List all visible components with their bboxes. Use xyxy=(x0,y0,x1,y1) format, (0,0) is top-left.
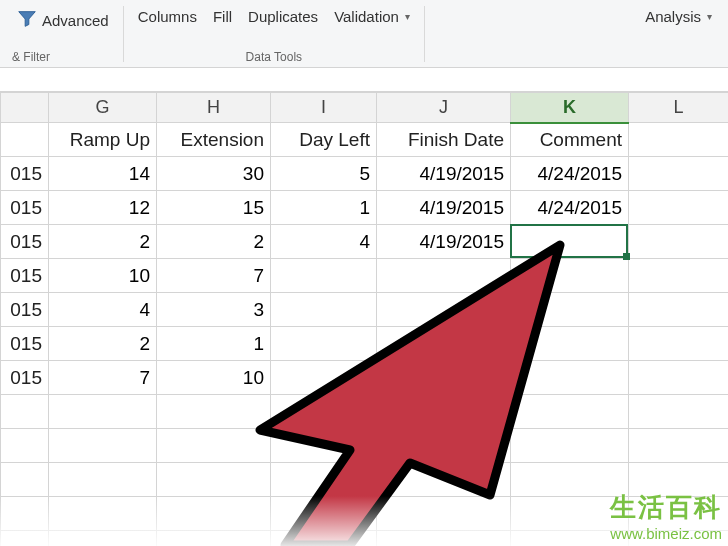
cell[interactable] xyxy=(1,463,49,497)
cell[interactable] xyxy=(271,531,377,547)
cell[interactable]: 4/24/2015 xyxy=(511,191,629,225)
cell[interactable] xyxy=(629,327,729,361)
col-header-h[interactable]: H xyxy=(157,93,271,123)
cell[interactable]: 7 xyxy=(49,361,157,395)
cell[interactable]: 2 xyxy=(49,327,157,361)
cell[interactable] xyxy=(377,259,511,293)
cell[interactable] xyxy=(1,429,49,463)
remove-duplicates-button[interactable]: Duplicates xyxy=(242,4,324,29)
cell[interactable]: 015 xyxy=(1,259,49,293)
cell[interactable] xyxy=(271,395,377,429)
cell[interactable]: 1 xyxy=(157,327,271,361)
cell[interactable] xyxy=(157,463,271,497)
cell[interactable] xyxy=(157,395,271,429)
cell[interactable] xyxy=(157,497,271,531)
cell[interactable] xyxy=(271,497,377,531)
cell[interactable]: 015 xyxy=(1,361,49,395)
data-validation-button[interactable]: Validation ▾ xyxy=(328,4,416,29)
col-header-l[interactable]: L xyxy=(629,93,729,123)
cell[interactable]: 15 xyxy=(377,361,511,395)
spreadsheet-grid[interactable]: G H I J K L Ramp Up Extension Day Left F… xyxy=(0,92,728,546)
cell[interactable] xyxy=(629,429,729,463)
cell[interactable] xyxy=(377,531,511,547)
cell[interactable] xyxy=(629,463,729,497)
cell[interactable]: 4 xyxy=(49,293,157,327)
cell[interactable]: 4/19/2015 xyxy=(377,157,511,191)
cell[interactable] xyxy=(629,293,729,327)
cell[interactable]: 1 xyxy=(271,191,377,225)
cell[interactable] xyxy=(511,293,629,327)
cell[interactable]: 3 xyxy=(157,293,271,327)
cell[interactable] xyxy=(629,157,729,191)
cell[interactable] xyxy=(511,259,629,293)
cell[interactable]: 30 xyxy=(157,157,271,191)
cell[interactable] xyxy=(629,225,729,259)
cell[interactable]: 015 xyxy=(1,293,49,327)
cell[interactable]: 2 xyxy=(49,225,157,259)
cell[interactable] xyxy=(511,327,629,361)
cell[interactable] xyxy=(629,395,729,429)
advanced-filter-button[interactable]: Advanced xyxy=(10,4,115,37)
cell[interactable] xyxy=(49,463,157,497)
cell[interactable] xyxy=(1,395,49,429)
cell[interactable] xyxy=(511,429,629,463)
cell[interactable] xyxy=(511,395,629,429)
cell-h1[interactable]: Extension xyxy=(157,123,271,157)
cell[interactable]: 015 xyxy=(1,327,49,361)
col-header-partial[interactable] xyxy=(1,93,49,123)
col-header-g[interactable]: G xyxy=(49,93,157,123)
cell[interactable]: 015 xyxy=(1,191,49,225)
cell[interactable] xyxy=(271,259,377,293)
formula-bar[interactable] xyxy=(0,68,728,92)
cell[interactable]: 12 xyxy=(49,191,157,225)
cell[interactable]: 015 xyxy=(1,157,49,191)
cell-j1[interactable]: Finish Date xyxy=(377,123,511,157)
cell[interactable] xyxy=(629,259,729,293)
text-to-columns-button[interactable]: Columns xyxy=(132,4,203,29)
cell[interactable]: 4 xyxy=(271,225,377,259)
cell-k1[interactable]: Comment xyxy=(511,123,629,157)
cell[interactable] xyxy=(511,463,629,497)
cell[interactable]: 4/19/2015 xyxy=(377,225,511,259)
cell[interactable] xyxy=(157,429,271,463)
cell[interactable] xyxy=(377,395,511,429)
cell[interactable] xyxy=(377,497,511,531)
cell[interactable]: 5 xyxy=(271,157,377,191)
cell-i1[interactable]: Day Left xyxy=(271,123,377,157)
cell-partial[interactable] xyxy=(1,123,49,157)
cell[interactable] xyxy=(49,497,157,531)
cell[interactable] xyxy=(629,531,729,547)
col-header-k[interactable]: K xyxy=(511,93,629,123)
cell-g1[interactable]: Ramp Up xyxy=(49,123,157,157)
cell[interactable] xyxy=(377,463,511,497)
cell[interactable] xyxy=(49,429,157,463)
cell[interactable] xyxy=(49,531,157,547)
analysis-button[interactable]: Analysis ▾ xyxy=(639,4,718,29)
cell[interactable]: 2 xyxy=(157,225,271,259)
cell[interactable]: 4/19/2015 xyxy=(377,191,511,225)
cell[interactable] xyxy=(629,191,729,225)
cell[interactable] xyxy=(511,497,629,531)
cell[interactable] xyxy=(1,531,49,547)
cell[interactable] xyxy=(377,293,511,327)
cell[interactable]: 10 xyxy=(157,361,271,395)
cell[interactable] xyxy=(511,361,629,395)
cell[interactable] xyxy=(377,429,511,463)
cell[interactable] xyxy=(271,293,377,327)
sheet-table[interactable]: G H I J K L Ramp Up Extension Day Left F… xyxy=(0,92,728,546)
cell[interactable] xyxy=(629,361,729,395)
col-header-j[interactable]: J xyxy=(377,93,511,123)
cell[interactable] xyxy=(271,463,377,497)
cell[interactable]: 4/24/2015 xyxy=(511,157,629,191)
cell[interactable]: 7 xyxy=(157,259,271,293)
cell[interactable] xyxy=(157,531,271,547)
cell[interactable]: 10 xyxy=(49,259,157,293)
cell[interactable] xyxy=(271,361,377,395)
cell[interactable] xyxy=(511,531,629,547)
cell[interactable] xyxy=(271,429,377,463)
cell[interactable] xyxy=(271,327,377,361)
cell-active[interactable] xyxy=(511,225,629,259)
cell[interactable] xyxy=(377,327,511,361)
cell[interactable] xyxy=(49,395,157,429)
cell[interactable]: 015 xyxy=(1,225,49,259)
